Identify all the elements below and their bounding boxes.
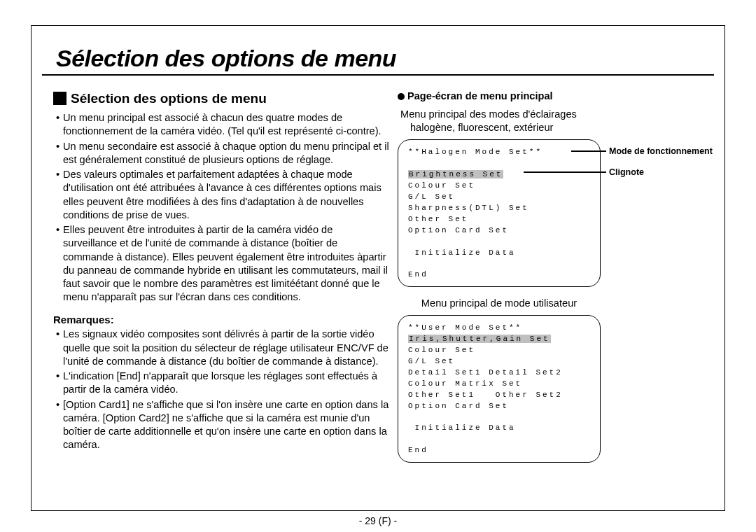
bullet-list-2: Les signaux vidéo composites sont délivr… bbox=[53, 328, 389, 451]
screen-box-user: **User Mode Set** Iris,Shutter,Gain Set … bbox=[398, 315, 601, 463]
screen-line: Other Set bbox=[408, 214, 592, 225]
intro-text: Menu principal des modes d'éclairages ha… bbox=[400, 108, 713, 135]
sub-heading-text: Page-écran de menu principal bbox=[407, 90, 553, 104]
screen-line: G/L Set bbox=[408, 192, 592, 203]
right-column: Page-écran de menu principal Menu princi… bbox=[398, 90, 713, 500]
screen-line: Sharpness(DTL) Set bbox=[408, 203, 592, 214]
bullet-list-1: Un menu principal est associé à chacun d… bbox=[53, 111, 389, 304]
screen-line: Colour Set bbox=[408, 345, 592, 356]
bullet-item: Elles peuvent être introduites à partir … bbox=[56, 223, 389, 304]
screen-line: Option Card Set bbox=[408, 401, 592, 412]
bullet-item: Des valeurs optimales et parfaitement ad… bbox=[56, 168, 389, 222]
screen-line: Colour Set bbox=[408, 181, 592, 192]
bullet-item: Les signaux vidéo composites sont délivr… bbox=[56, 328, 389, 368]
screen-line: Colour Matrix Set bbox=[408, 379, 592, 390]
screen-spacer bbox=[408, 237, 592, 248]
screen-box-halogen: **Halogen Mode Set** Brightness Set Colo… bbox=[398, 139, 601, 287]
intro-line: halogène, fluorescent, extérieur bbox=[410, 121, 713, 135]
screen-line: Option Card Set bbox=[408, 225, 592, 237]
screen-init: Initialize Data bbox=[408, 248, 592, 259]
screen-spacer bbox=[408, 434, 592, 445]
bullet-icon bbox=[398, 93, 405, 100]
annot-clignote: Clignote bbox=[609, 167, 644, 178]
screen-end: End bbox=[408, 445, 592, 456]
screen-highlight: Iris,Shutter,Gain Set bbox=[408, 334, 592, 345]
screen-box-wrap-1: **Halogen Mode Set** Brightness Set Colo… bbox=[398, 139, 601, 287]
screen-box-wrap-2: **User Mode Set** Iris,Shutter,Gain Set … bbox=[398, 315, 601, 463]
screen-line: Detail Set1 Detail Set2 bbox=[408, 368, 592, 379]
annot-mode: Mode de fonctionnement bbox=[609, 146, 713, 158]
leader-line bbox=[571, 150, 606, 152]
page-title: Sélection des options de menu bbox=[56, 45, 396, 72]
screen-end: End bbox=[408, 270, 592, 281]
bullet-item: Un menu principal est associé à chacun d… bbox=[56, 111, 389, 139]
user-mode-caption: Menu principal de mode utilisateur bbox=[398, 297, 601, 311]
screen-line: G/L Set bbox=[408, 356, 592, 368]
bullet-item: L'indication [End] n'apparaît que lorsqu… bbox=[56, 370, 389, 397]
screen-title: **Halogen Mode Set** bbox=[408, 147, 592, 158]
screen-spacer bbox=[408, 412, 592, 424]
screen-spacer bbox=[408, 158, 592, 169]
section-heading: Sélection des options de menu bbox=[53, 90, 389, 107]
sub-heading: Page-écran de menu principal bbox=[398, 90, 713, 104]
page-number: - 29 (F) - bbox=[359, 515, 397, 526]
content-area: Sélection des options de menu Un menu pr… bbox=[53, 90, 713, 500]
remarks-label: Remarques: bbox=[53, 313, 389, 327]
screen-line: Other Set1 Other Set2 bbox=[408, 390, 592, 401]
screen-spacer bbox=[408, 258, 592, 270]
section-heading-text: Sélection des options de menu bbox=[71, 90, 267, 107]
bullet-item: [Option Card1] ne s'affiche que si l'on … bbox=[56, 398, 389, 452]
left-column: Sélection des options de menu Un menu pr… bbox=[53, 90, 389, 500]
screen-init: Initialize Data bbox=[408, 423, 592, 434]
intro-line: Menu principal des modes d'éclairages bbox=[400, 108, 713, 122]
square-icon bbox=[53, 92, 66, 105]
bullet-item: Un menu secondaire est associé à chaque … bbox=[56, 140, 389, 167]
leader-line bbox=[524, 172, 606, 173]
title-underline bbox=[42, 74, 714, 76]
screen-title: **User Mode Set** bbox=[408, 323, 592, 334]
